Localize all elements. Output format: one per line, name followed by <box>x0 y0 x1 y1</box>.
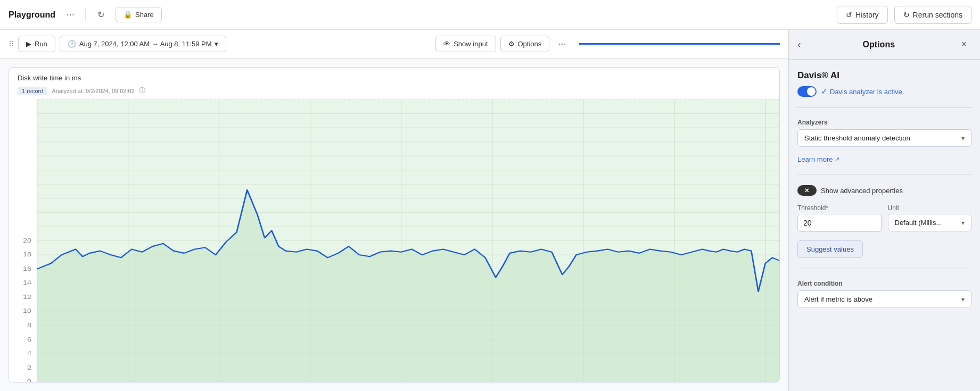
chart-container: Disk write time in ms 1 record Analyzed … <box>9 67 780 382</box>
chart-meta: 1 record Analyzed at: 9/2/2024, 09:02:02… <box>9 84 779 99</box>
back-icon: ‹ <box>797 38 801 51</box>
sliders-icon: ⚙ <box>508 40 515 48</box>
alert-condition-label: Alert condition <box>797 280 971 287</box>
davis-ai-toggle[interactable] <box>797 86 817 97</box>
app-title: Playground <box>9 10 55 20</box>
panel-title: Options <box>801 40 957 49</box>
threshold-row: Threshold* Unit Default (Millis... ▾ <box>797 204 971 232</box>
separator <box>797 107 971 108</box>
svg-text:8: 8 <box>27 321 31 328</box>
options-button[interactable]: ⚙ Options <box>500 36 550 52</box>
more-menu-button[interactable]: ⋯ <box>62 6 79 23</box>
clock-icon: 🕐 <box>68 40 76 48</box>
info-icon[interactable]: ⓘ <box>139 86 145 95</box>
separator-3 <box>797 269 971 269</box>
suggest-values-button[interactable]: Suggest values <box>797 240 863 258</box>
close-panel-button[interactable]: × <box>957 37 971 52</box>
chevron-down-icon: ▾ <box>961 135 965 142</box>
analyzer-select[interactable]: Static threshold anomaly detection ▾ <box>797 129 971 147</box>
analyzers-label: Analyzers <box>797 119 971 126</box>
tab-underline <box>579 43 780 45</box>
alert-condition-value: Alert if metric is above <box>804 295 872 303</box>
learn-more-link[interactable]: Learn more ↗ <box>797 155 971 163</box>
analyzed-at: Analyzed at: 9/2/2024, 09:02:02 <box>52 88 134 94</box>
svg-text:0: 0 <box>27 378 31 382</box>
unit-selected-value: Default (Millis... <box>895 219 942 227</box>
toolbar: ⠿ ▶ Run 🕐 Aug 7, 2024, 12:00 AM → Aug 8,… <box>0 30 788 59</box>
alert-condition-section: Alert condition Alert if metric is above… <box>797 280 971 308</box>
share-button[interactable]: 🔒 Share <box>116 7 162 22</box>
chart-body: 0 2 4 6 8 10 12 14 16 18 20 <box>9 99 779 382</box>
chart-area: Disk write time in ms 1 record Analyzed … <box>0 59 788 391</box>
threshold-label: Threshold* <box>797 204 882 212</box>
advanced-label: Show advanced properties <box>821 187 903 195</box>
chart-header: Disk write time in ms <box>9 68 779 84</box>
svg-text:18: 18 <box>23 251 31 258</box>
alert-condition-select[interactable]: Alert if metric is above ▾ <box>797 290 971 308</box>
advanced-properties-row: ✕ Show advanced properties <box>797 185 971 196</box>
history-icon: ↺ <box>846 11 852 19</box>
chart-svg: 0 2 4 6 8 10 12 14 16 18 20 <box>9 99 779 382</box>
right-panel-header: ‹ Options × <box>789 30 980 60</box>
eye-icon: 👁 <box>443 40 450 48</box>
advanced-properties-toggle[interactable]: ✕ <box>797 185 817 196</box>
left-panel: ⠿ ▶ Run 🕐 Aug 7, 2024, 12:00 AM → Aug 8,… <box>0 30 788 391</box>
davis-ai-section: Davis® AI ✓ Davis analyzer is active <box>797 70 971 97</box>
analyzer-selected-value: Static threshold anomaly detection <box>804 134 910 142</box>
svg-text:16: 16 <box>23 265 31 272</box>
chevron-down-unit-icon: ▾ <box>961 219 965 227</box>
chart-title: Disk write time in ms <box>18 74 771 82</box>
panel-content: Davis® AI ✓ Davis analyzer is active Ana… <box>789 60 980 319</box>
suggest-values-wrapper: Suggest values <box>797 240 971 258</box>
main-content: ⠿ ▶ Run 🕐 Aug 7, 2024, 12:00 AM → Aug 8,… <box>0 30 980 391</box>
unit-col: Unit Default (Millis... ▾ <box>888 204 972 232</box>
svg-text:14: 14 <box>23 279 31 286</box>
svg-text:20: 20 <box>23 237 31 244</box>
more-options-button[interactable]: ⋯ <box>554 36 571 53</box>
rerun-sections-button[interactable]: ↻ Rerun sections <box>894 6 971 24</box>
davis-status-badge: ✓ Davis analyzer is active <box>821 87 902 96</box>
chevron-down-alert-icon: ▾ <box>961 296 965 303</box>
threshold-col: Threshold* <box>797 204 882 232</box>
refresh-button[interactable]: ↻ <box>92 6 109 23</box>
record-badge: 1 record <box>18 87 47 95</box>
analyzers-section: Analyzers Static threshold anomaly detec… <box>797 119 971 147</box>
unit-label: Unit <box>888 204 972 212</box>
history-button[interactable]: ↺ History <box>837 6 888 24</box>
right-panel: ‹ Options × Davis® AI ✓ Davis analyzer i… <box>788 30 980 391</box>
drag-handle-icon[interactable]: ⠿ <box>9 40 14 48</box>
threshold-input[interactable] <box>797 214 882 232</box>
chevron-down-icon: ▾ <box>215 40 218 48</box>
check-circle-icon: ✓ <box>821 87 828 96</box>
svg-text:6: 6 <box>27 336 31 343</box>
run-button[interactable]: ▶ Run <box>18 36 55 52</box>
x-icon: ✕ <box>804 187 809 194</box>
davis-status: ✓ Davis analyzer is active <box>797 86 971 97</box>
close-icon: × <box>961 39 967 50</box>
davis-ai-title: Davis® AI <box>797 70 971 81</box>
rerun-icon: ↻ <box>903 11 910 19</box>
external-link-icon: ↗ <box>835 156 839 163</box>
svg-text:2: 2 <box>27 364 31 371</box>
lock-icon: 🔒 <box>123 11 132 19</box>
show-input-button[interactable]: 👁 Show input <box>435 36 496 52</box>
play-icon: ▶ <box>26 40 31 48</box>
date-range-button[interactable]: 🕐 Aug 7, 2024, 12:00 AM → Aug 8, 11:59 P… <box>60 36 227 52</box>
back-button[interactable]: ‹ <box>797 38 801 51</box>
separator <box>85 9 86 21</box>
unit-select[interactable]: Default (Millis... ▾ <box>888 214 972 231</box>
separator-2 <box>797 174 971 174</box>
svg-text:4: 4 <box>27 350 31 356</box>
svg-text:12: 12 <box>23 293 31 300</box>
svg-text:10: 10 <box>23 307 31 314</box>
